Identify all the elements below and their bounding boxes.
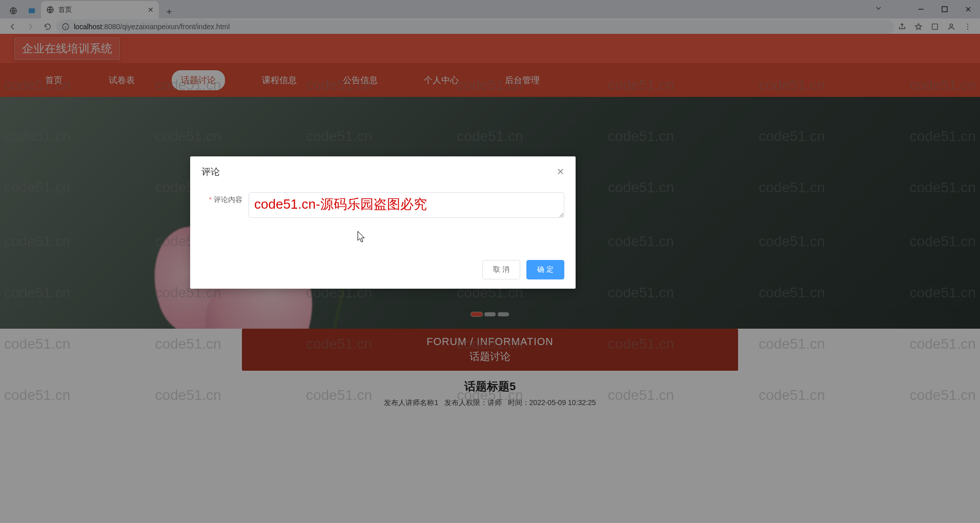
confirm-button[interactable]: 确 定 [526,260,564,279]
comment-dialog: 评论 ✕ *评论内容 取 消 确 定 [190,156,576,289]
dialog-body: *评论内容 [190,183,576,220]
dialog-close-button[interactable]: ✕ [557,166,564,177]
dialog-header: 评论 ✕ [190,156,576,183]
comment-label: *评论内容 [201,192,249,205]
cancel-button[interactable]: 取 消 [482,260,520,279]
comment-textarea[interactable] [249,192,564,218]
mouse-cursor-icon [357,231,366,243]
dialog-footer: 取 消 确 定 [190,251,576,289]
dialog-title: 评论 [201,166,220,178]
